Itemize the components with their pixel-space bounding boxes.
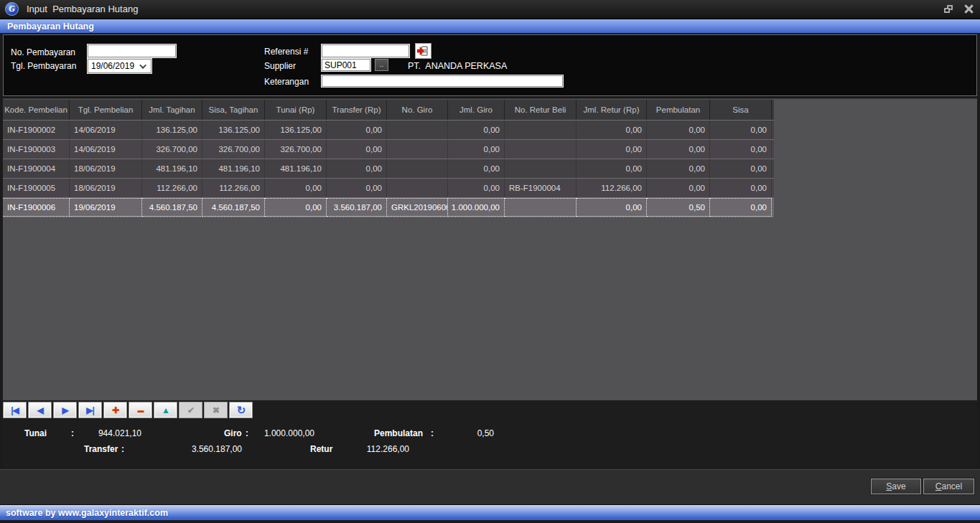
table-cell[interactable]: IN-F1900005 bbox=[3, 179, 70, 197]
table-cell[interactable]: 481.196,10 bbox=[142, 159, 202, 178]
table-cell[interactable]: 4.560.187,50 bbox=[142, 198, 202, 217]
table-cell[interactable]: 0,00 bbox=[265, 198, 327, 217]
table-cell[interactable] bbox=[387, 140, 448, 159]
table-cell[interactable]: 0,00 bbox=[577, 140, 647, 159]
table-cell[interactable]: 0,00 bbox=[448, 140, 505, 159]
nav-last-button[interactable]: ▶| bbox=[78, 402, 102, 418]
table-cell[interactable]: 0,00 bbox=[327, 121, 387, 139]
transfer-value: 3.560.187,00 bbox=[134, 444, 242, 454]
table-cell[interactable] bbox=[387, 121, 448, 139]
table-cell[interactable]: 326.700,00 bbox=[142, 140, 202, 159]
table-cell[interactable]: 136.125,00 bbox=[265, 121, 327, 139]
table-cell[interactable]: 0,00 bbox=[710, 179, 772, 197]
column-header[interactable]: Tgl. Pembelian bbox=[70, 100, 142, 120]
table-cell[interactable]: 112.266,00 bbox=[142, 179, 202, 197]
column-header[interactable]: Sisa bbox=[710, 100, 772, 120]
table-cell[interactable]: 4.560.187,50 bbox=[202, 198, 265, 217]
table-cell[interactable]: 0,50 bbox=[647, 198, 710, 217]
tgl-pembayaran-select[interactable]: 19/06/2019 bbox=[88, 59, 151, 73]
last-icon: ▶| bbox=[86, 405, 94, 415]
table-cell[interactable]: IN-F1900006 bbox=[3, 198, 70, 217]
table-cell[interactable]: IN-F1900003 bbox=[3, 140, 70, 159]
column-header[interactable]: No. Giro bbox=[387, 100, 448, 120]
save-button[interactable]: Save bbox=[871, 479, 921, 494]
table-cell[interactable]: 326.700,00 bbox=[265, 140, 327, 159]
column-header[interactable]: Sisa, Tagihan bbox=[202, 100, 265, 120]
nav-edit-button[interactable]: ▲ bbox=[154, 402, 177, 418]
table-cell[interactable] bbox=[505, 121, 577, 139]
nav-prior-button[interactable]: ◀ bbox=[28, 402, 52, 418]
table-row[interactable]: IN-F190000214/06/2019136.125,00136.125,0… bbox=[3, 121, 774, 140]
table-cell[interactable]: 0,00 bbox=[710, 159, 772, 178]
table-cell[interactable] bbox=[387, 159, 448, 178]
table-cell[interactable]: 0,00 bbox=[265, 179, 327, 197]
table-cell[interactable] bbox=[505, 198, 577, 217]
nav-insert-button[interactable]: ✚ bbox=[103, 402, 127, 418]
table-cell[interactable]: IN-F1900004 bbox=[3, 159, 70, 178]
table-cell[interactable]: 0,00 bbox=[448, 159, 505, 178]
keterangan-input[interactable] bbox=[322, 75, 563, 87]
table-cell[interactable]: GRKL20190600 bbox=[387, 198, 448, 217]
table-row[interactable]: IN-F190000418/06/2019481.196,10481.196,1… bbox=[3, 159, 774, 179]
table-cell[interactable] bbox=[505, 140, 577, 159]
column-header[interactable]: Kode. Pembelian bbox=[3, 100, 70, 120]
load-reference-button[interactable] bbox=[415, 43, 431, 59]
supplier-browse-button[interactable]: .. bbox=[375, 59, 388, 71]
restore-window-button[interactable] bbox=[942, 4, 955, 15]
table-cell[interactable]: 18/06/2019 bbox=[70, 159, 142, 178]
column-header[interactable]: Transfer (Rp) bbox=[327, 100, 387, 120]
table-cell[interactable]: 0,00 bbox=[327, 179, 387, 197]
nav-first-button[interactable]: |◀ bbox=[3, 402, 27, 418]
table-cell[interactable]: 14/06/2019 bbox=[70, 140, 142, 159]
table-cell[interactable]: 0,00 bbox=[647, 179, 710, 197]
table-cell[interactable]: 0,00 bbox=[327, 159, 387, 178]
table-cell[interactable]: RB-F1900004 bbox=[505, 179, 577, 197]
table-cell[interactable]: 481.196,10 bbox=[202, 159, 265, 178]
table-cell[interactable]: 136.125,00 bbox=[202, 121, 265, 139]
no-pembayaran-input[interactable] bbox=[88, 44, 176, 57]
table-cell[interactable]: 0,00 bbox=[710, 198, 772, 217]
table-cell[interactable]: 0,00 bbox=[577, 159, 647, 178]
column-header[interactable]: Pembulatan bbox=[647, 100, 710, 120]
table-cell[interactable]: 0,00 bbox=[577, 198, 647, 217]
cancel-button[interactable]: Cancel bbox=[923, 479, 974, 494]
statusbar-text: software by www.galaxyinteraktif.com bbox=[6, 508, 168, 518]
table-cell[interactable]: 481.196,10 bbox=[265, 159, 327, 178]
table-cell[interactable]: 112.266,00 bbox=[577, 179, 647, 197]
table-cell[interactable]: 0,00 bbox=[327, 140, 387, 159]
table-cell[interactable]: 112.266,00 bbox=[202, 179, 265, 197]
table-cell[interactable]: 19/06/2019 bbox=[70, 198, 142, 217]
table-cell[interactable]: 0,00 bbox=[448, 179, 505, 197]
table-cell[interactable]: 3.560.187,00 bbox=[327, 198, 387, 217]
table-cell[interactable] bbox=[387, 179, 448, 197]
nav-next-button[interactable]: ▶ bbox=[53, 402, 77, 418]
nav-delete-button[interactable]: ▬ bbox=[129, 402, 152, 418]
table-row[interactable]: IN-F190000619/06/20194.560.187,504.560.1… bbox=[3, 198, 774, 217]
table-cell[interactable] bbox=[505, 159, 577, 178]
table-cell[interactable]: 0,00 bbox=[647, 159, 710, 178]
table-cell[interactable]: IN-F1900002 bbox=[3, 121, 70, 139]
table-cell[interactable]: 136.125,00 bbox=[142, 121, 202, 139]
column-header[interactable]: Jml. Tagihan bbox=[142, 100, 202, 120]
supplier-code-input[interactable] bbox=[322, 59, 370, 71]
close-window-button[interactable] bbox=[962, 4, 975, 15]
table-row[interactable]: IN-F190000518/06/2019112.266,00112.266,0… bbox=[3, 179, 774, 198]
table-cell[interactable]: 0,00 bbox=[577, 121, 647, 139]
table-cell[interactable]: 1.000.000,00 bbox=[448, 198, 505, 217]
table-cell[interactable]: 0,00 bbox=[710, 121, 772, 139]
table-cell[interactable]: 0,00 bbox=[710, 140, 772, 159]
table-cell[interactable]: 0,00 bbox=[647, 140, 710, 159]
column-header[interactable]: Jml. Giro bbox=[448, 100, 505, 120]
table-cell[interactable]: 0,00 bbox=[647, 121, 710, 139]
column-header[interactable]: Tunai (Rp) bbox=[265, 100, 327, 120]
table-row[interactable]: IN-F190000314/06/2019326.700,00326.700,0… bbox=[3, 140, 774, 159]
referensi-input[interactable] bbox=[322, 44, 409, 57]
table-cell[interactable]: 14/06/2019 bbox=[70, 121, 142, 139]
table-cell[interactable]: 18/06/2019 bbox=[70, 179, 142, 197]
table-cell[interactable]: 326.700,00 bbox=[202, 140, 265, 159]
nav-refresh-button[interactable]: ↻ bbox=[229, 402, 253, 418]
pembulatan-colon: : bbox=[431, 428, 434, 438]
table-cell[interactable]: 0,00 bbox=[448, 121, 505, 139]
column-header[interactable]: Jml. Retur (Rp) bbox=[577, 100, 647, 120]
column-header[interactable]: No. Retur Beli bbox=[505, 100, 577, 120]
